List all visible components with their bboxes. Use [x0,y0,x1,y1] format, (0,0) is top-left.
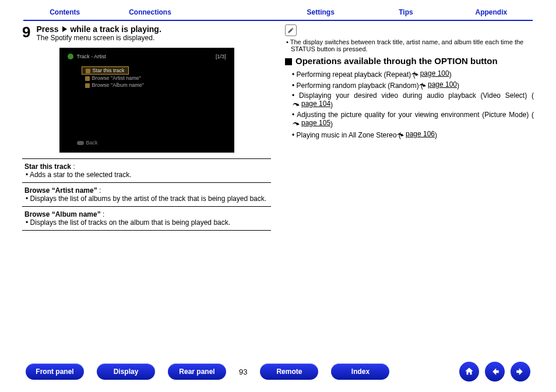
step-title: Press while a track is playing. [36,24,161,34]
page-link[interactable]: page 105 [306,119,330,127]
page-link[interactable]: page 106 [410,130,435,138]
step-9: 9 Press while a track is playing. The Sp… [22,24,271,42]
page-link[interactable]: page 100 [425,69,449,77]
tv-header: Track - Artist [77,54,106,59]
top-tabs: Contents Connections Playback Settings T… [0,0,556,20]
op-item: Displaying your desired video during aud… [291,91,534,109]
op-item: Performing repeat playback (Repeat) (pag… [291,69,534,79]
home-button[interactable] [459,362,479,382]
disc-icon [85,83,90,88]
tv-item: Browse "Artist name" [82,75,226,82]
tv-item-selected: Star this track [82,66,129,75]
screenshot-display: Track - Artist [1/3] Star this track Bro… [59,48,234,153]
note: The display switches between track title… [285,38,534,52]
front-panel-button[interactable]: Front panel [26,363,84,380]
back-icon [77,141,84,145]
tab-playback[interactable]: Playback [189,5,281,20]
person-icon [85,76,90,81]
op-item: Performing random playback (Random) (pag… [291,80,534,90]
note-icon [285,24,297,36]
step-subtitle: The Spotify menu screen is displayed. [36,34,161,42]
play-triangle-icon [62,26,67,32]
index-button[interactable]: Index [331,363,389,380]
prev-button[interactable] [485,362,505,382]
tab-settings[interactable]: Settings [275,5,367,20]
next-button[interactable] [511,362,530,382]
tv-counter: [1/3] [216,54,226,59]
definitions: Star this track : Adds a star to the sel… [22,158,271,231]
tv-item: Browse "Album name" [82,82,226,89]
tab-tips[interactable]: Tips [360,5,452,20]
page-number: 93 [239,368,247,376]
operations-list: Performing repeat playback (Repeat) (pag… [291,69,534,139]
tab-appendix[interactable]: Appendix [445,5,537,20]
step-number: 9 [22,24,30,40]
tv-back: Back [77,140,98,146]
star-icon [86,69,90,73]
page-link[interactable]: page 100 [432,80,457,89]
tab-connections[interactable]: Connections [104,5,196,20]
op-item: Playing music in All Zone Stereo (page 1… [291,130,534,139]
section-heading: Operations available through the OPTION … [285,56,534,66]
square-bullet-icon [285,58,292,65]
spotify-icon [68,54,73,59]
display-button[interactable]: Display [97,363,155,380]
tab-contents[interactable]: Contents [19,5,111,20]
bottom-bar: Front panel Display Rear panel 93 Remote… [0,362,556,382]
rear-panel-button[interactable]: Rear panel [168,363,226,380]
page-link[interactable]: page 104 [306,100,330,108]
op-item: Adjusting the picture quality for your v… [291,111,534,128]
remote-button[interactable]: Remote [260,363,318,380]
